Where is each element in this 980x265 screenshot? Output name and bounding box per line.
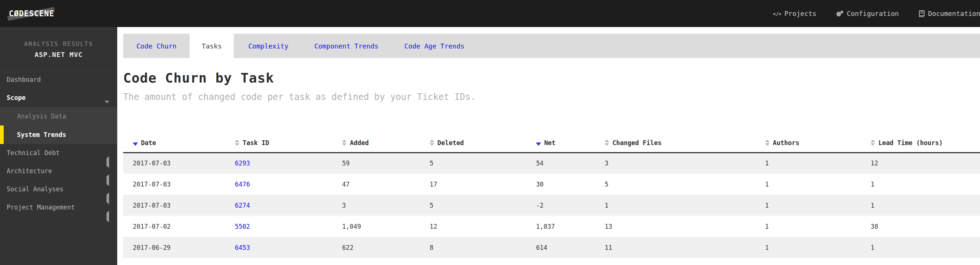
gears-icon xyxy=(836,10,843,17)
cell-lead-time: 1 xyxy=(861,237,980,258)
cell-net: 54 xyxy=(526,152,595,174)
sidebar-item-label: Dashboard xyxy=(6,76,41,83)
topnav-item-configuration[interactable]: Configuration xyxy=(836,10,899,18)
table-row: 2017-07-036476471730511 xyxy=(123,174,980,195)
cell-changed-files: 1 xyxy=(595,195,756,216)
sidebar-item-label: System Trends xyxy=(17,131,66,139)
sort-descending-icon xyxy=(536,142,541,146)
page-subtitle: The amount of changed code per task as d… xyxy=(123,92,980,102)
main-content: Code ChurnTasksComplexityComponent Trend… xyxy=(117,27,980,265)
sidebar-item-label: Architecture xyxy=(6,167,52,175)
column-header-deleted[interactable]: Deleted xyxy=(420,121,527,152)
topnav-item-documentation[interactable]: Documentation xyxy=(918,10,980,18)
sidebar: ANALYSIS RESULTS ASP.NET MVC Dashboard S… xyxy=(0,27,117,265)
task-id-link[interactable]: 6293 xyxy=(235,160,250,167)
sidebar-kicker: ANALYSIS RESULTS xyxy=(0,40,117,47)
task-id-link[interactable]: 6453 xyxy=(235,244,250,251)
sidebar-item-analysis-data[interactable]: Analysis Data xyxy=(0,107,117,126)
sidebar-item-technical-debt[interactable]: Technical Debt xyxy=(0,144,117,162)
sort-toggle-icon xyxy=(765,139,770,146)
codescene-logo[interactable]: CØDESCENE xyxy=(9,5,54,22)
sidebar-item-architecture[interactable]: Architecture xyxy=(0,162,117,180)
cell-added: 47 xyxy=(332,174,420,195)
sidebar-item-dashboard[interactable]: Dashboard xyxy=(0,71,117,89)
cell-authors: 1 xyxy=(756,195,861,216)
sidebar-item-label: Analysis Data xyxy=(17,113,66,120)
cell-changed-files: 11 xyxy=(595,237,756,258)
task-id-link[interactable]: 6274 xyxy=(235,202,250,209)
cell-added: 59 xyxy=(332,152,420,174)
sidebar-item-system-trends[interactable]: System Trends xyxy=(0,126,117,144)
sort-toggle-icon xyxy=(870,139,875,146)
tab-code-age-trends[interactable]: Code Age Trends xyxy=(404,42,465,50)
sidebar-menu: Dashboard Scope Analysis Data System Tre… xyxy=(0,66,117,217)
tab-bar: Code ChurnTasksComplexityComponent Trend… xyxy=(123,34,980,58)
tab-tasks[interactable]: Tasks xyxy=(190,34,233,58)
cell-lead-time: 38 xyxy=(861,216,980,237)
cell-date: 2017-07-02 xyxy=(123,216,225,237)
tab-component-trends[interactable]: Component Trends xyxy=(314,42,378,50)
top-navigation: </> Projects Configuration Documentation xyxy=(773,0,980,27)
cell-net: -2 xyxy=(526,195,595,216)
table-row: 2017-06-29645362286141111 xyxy=(123,237,980,258)
page-title: Code Churn by Task xyxy=(123,70,980,86)
column-header-authors[interactable]: Authors xyxy=(756,121,861,152)
tab-code-churn[interactable]: Code Churn xyxy=(123,34,190,58)
sidebar-item-project-management[interactable]: Project Management xyxy=(0,198,117,217)
table-row: 2017-07-03627435-2111 xyxy=(123,195,980,216)
code-icon: </> xyxy=(773,11,781,17)
cell-date: 2017-06-29 xyxy=(123,237,225,258)
topnav-item-label: Configuration xyxy=(847,10,899,18)
cell-lead-time: 12 xyxy=(861,152,980,174)
cell-task-id: 5502 xyxy=(225,216,332,237)
column-header-label: Deleted xyxy=(438,139,464,147)
cell-deleted: 8 xyxy=(420,237,527,258)
sidebar-item-label: Social Analyses xyxy=(6,185,64,193)
sidebar-item-label: Project Management xyxy=(6,204,75,211)
cell-changed-files: 13 xyxy=(595,216,756,237)
task-id-link[interactable]: 5502 xyxy=(235,223,250,230)
tab-complexity[interactable]: Complexity xyxy=(248,42,288,50)
column-header-net[interactable]: Net xyxy=(526,121,595,152)
column-header-label: Lead Time (hours) xyxy=(878,139,943,147)
column-header-date[interactable]: Date xyxy=(123,121,225,152)
cell-changed-files: 5 xyxy=(595,174,756,195)
column-header-lead-time-hours-[interactable]: Lead Time (hours) xyxy=(861,121,980,152)
cell-authors: 1 xyxy=(756,216,861,237)
task-id-link[interactable]: 6476 xyxy=(235,180,250,188)
topnav-item-label: Projects xyxy=(784,10,816,18)
cell-net: 30 xyxy=(526,174,595,195)
sidebar-item-label: Technical Debt xyxy=(6,149,60,156)
column-header-label: Task ID xyxy=(243,139,269,147)
cell-deleted: 5 xyxy=(420,195,527,216)
cell-date: 2017-07-03 xyxy=(123,152,225,174)
sort-descending-icon xyxy=(133,142,138,146)
chevron-left-icon xyxy=(107,208,109,226)
cell-lead-time: 1 xyxy=(861,195,980,216)
cell-task-id: 6476 xyxy=(225,174,332,195)
sort-toggle-icon xyxy=(430,139,434,146)
cell-date: 2017-07-03 xyxy=(123,195,225,216)
sidebar-item-scope[interactable]: Scope xyxy=(0,89,117,107)
column-header-added[interactable]: Added xyxy=(332,121,420,152)
column-header-label: Added xyxy=(350,139,369,147)
table-row: 2017-07-036293595543112 xyxy=(123,152,980,174)
column-header-changed-files[interactable]: Changed Files xyxy=(595,121,756,152)
cell-deleted: 12 xyxy=(420,216,527,237)
sidebar-item-label: Scope xyxy=(6,94,25,101)
tab-group-right: ComplexityComponent TrendsCode Age Trend… xyxy=(234,34,980,58)
cell-added: 1,049 xyxy=(332,216,420,237)
sidebar-submenu: Analysis Data System Trends xyxy=(0,107,117,144)
column-header-label: Authors xyxy=(773,139,800,147)
cell-deleted: 5 xyxy=(420,152,527,174)
cell-changed-files: 3 xyxy=(595,152,756,174)
topnav-item-projects[interactable]: </> Projects xyxy=(773,10,816,18)
table-header-row: Date Task ID Added Deleted Net Changed F… xyxy=(123,121,980,152)
sort-toggle-icon xyxy=(605,139,609,146)
sort-toggle-icon xyxy=(235,139,240,146)
column-header-label: Changed Files xyxy=(612,139,662,147)
sidebar-item-social-analyses[interactable]: Social Analyses xyxy=(0,180,117,198)
table-body: 2017-07-0362935955431122017-07-036476471… xyxy=(123,152,980,258)
column-header-task-id[interactable]: Task ID xyxy=(225,121,332,152)
top-bar: CØDESCENE </> Projects Configuration Doc… xyxy=(0,0,980,27)
